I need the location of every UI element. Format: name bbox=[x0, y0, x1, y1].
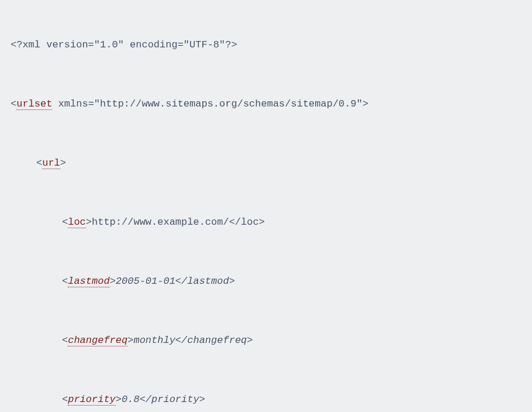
changefreq-value: monthly bbox=[133, 335, 175, 346]
priority-line: <priority>0.8</priority> bbox=[62, 392, 521, 407]
priority-value: 0.8 bbox=[122, 394, 140, 405]
urlset-tag-name: urlset bbox=[16, 98, 52, 110]
priority-open-suffix: > bbox=[116, 394, 122, 405]
loc-value: http://www.example.com/ bbox=[92, 217, 229, 228]
urlset-open-bracket: < bbox=[11, 98, 16, 109]
priority-close: </priority> bbox=[140, 394, 205, 405]
url-tag-name: url bbox=[42, 157, 60, 169]
loc-open-suffix: > bbox=[86, 217, 92, 228]
changefreq-open-suffix: > bbox=[127, 335, 133, 346]
url-open-line: <url> bbox=[36, 156, 521, 171]
urlset-attributes: xmlns="http://www.sitemaps.org/schemas/s… bbox=[52, 98, 368, 109]
url-open-suffix: > bbox=[60, 157, 66, 169]
priority-open-bracket: < bbox=[62, 394, 68, 405]
changefreq-close: </changefreq> bbox=[175, 335, 253, 346]
priority-tag-name: priority bbox=[68, 394, 116, 406]
changefreq-tag-name: changefreq bbox=[68, 335, 127, 346]
xml-code-block: <?xml version="1.0" encoding="UTF-8"?> <… bbox=[11, 22, 521, 412]
lastmod-close: </lastmod> bbox=[175, 276, 235, 287]
loc-open-bracket: < bbox=[62, 217, 68, 228]
lastmod-open-suffix: > bbox=[110, 276, 116, 287]
loc-close: </loc> bbox=[229, 217, 265, 228]
xml-declaration: <?xml version="1.0" encoding="UTF-8"?> bbox=[11, 39, 237, 50]
urlset-open-line: <urlset xmlns="http://www.sitemaps.org/s… bbox=[11, 97, 521, 112]
lastmod-open-bracket: < bbox=[62, 276, 68, 287]
loc-line: <loc>http://www.example.com/</loc> bbox=[62, 215, 521, 230]
lastmod-line: <lastmod>2005-01-01</lastmod> bbox=[62, 274, 521, 289]
loc-tag-name: loc bbox=[68, 217, 86, 228]
lastmod-tag-name: lastmod bbox=[68, 276, 109, 287]
xml-declaration-line: <?xml version="1.0" encoding="UTF-8"?> bbox=[11, 37, 521, 53]
lastmod-value: 2005-01-01 bbox=[116, 276, 175, 287]
changefreq-open-bracket: < bbox=[62, 335, 68, 346]
changefreq-line: <changefreq>monthly</changefreq> bbox=[62, 333, 521, 348]
url-open-bracket: < bbox=[36, 157, 42, 169]
